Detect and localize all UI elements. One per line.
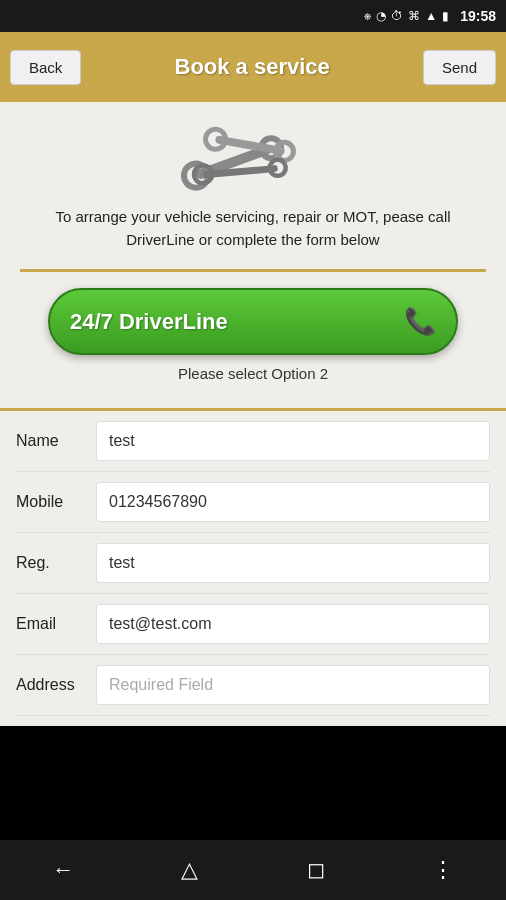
phone-icon: 📞 [404, 306, 436, 337]
form-row-email: Email [16, 594, 490, 655]
name-label: Name [16, 432, 96, 450]
mobile-input[interactable] [96, 482, 490, 522]
option-text: Please select Option 2 [178, 365, 328, 382]
form-row-reg: Reg. [16, 533, 490, 594]
name-input[interactable] [96, 421, 490, 461]
recent-nav-button[interactable]: ◻ [294, 848, 338, 892]
driverline-button[interactable]: 24/7 DriverLine 📞 [48, 288, 458, 355]
mobile-label: Mobile [16, 493, 96, 511]
menu-nav-button[interactable]: ⋮ [421, 848, 465, 892]
description-text: To arrange your vehicle servicing, repai… [20, 206, 486, 251]
reg-input[interactable] [96, 543, 490, 583]
address-label: Address [16, 676, 96, 694]
address-input[interactable] [96, 665, 490, 705]
status-time: 19:58 [460, 8, 496, 24]
email-input[interactable] [96, 604, 490, 644]
status-bar: ⎈ ◔ ⏱ ⌘ ▲ ▮ 19:58 [0, 0, 506, 32]
status-icons: ⎈ ◔ ⏱ ⌘ ▲ ▮ 19:58 [364, 8, 496, 24]
network-icon: ▲ [425, 9, 437, 23]
form-row-address: Address [16, 655, 490, 716]
svg-point-8 [269, 159, 286, 176]
form-row-name: Name [16, 411, 490, 472]
bottom-nav: ← △ ◻ ⋮ [0, 840, 506, 900]
reg-label: Reg. [16, 554, 96, 572]
cta-button-text: 24/7 DriverLine [70, 309, 228, 335]
main-content: To arrange your vehicle servicing, repai… [0, 102, 506, 408]
battery-icon: ▮ [442, 9, 449, 23]
send-button[interactable]: Send [423, 50, 496, 85]
email-label: Email [16, 615, 96, 633]
nfc-icon: ◔ [376, 9, 386, 23]
back-nav-button[interactable]: ← [41, 848, 85, 892]
page-title: Book a service [81, 54, 423, 80]
home-nav-button[interactable]: △ [168, 848, 212, 892]
nav-bar: Back Book a service Send [0, 32, 506, 102]
alarm-icon: ⏱ [391, 9, 403, 23]
back-button[interactable]: Back [10, 50, 81, 85]
bluetooth-icon: ⎈ [364, 9, 371, 23]
divider-top [20, 269, 486, 272]
form-row-mobile: Mobile [16, 472, 490, 533]
wrench-image [163, 122, 343, 192]
form-section: Name Mobile Reg. Email Address [0, 408, 506, 726]
wifi-icon: ⌘ [408, 9, 420, 23]
